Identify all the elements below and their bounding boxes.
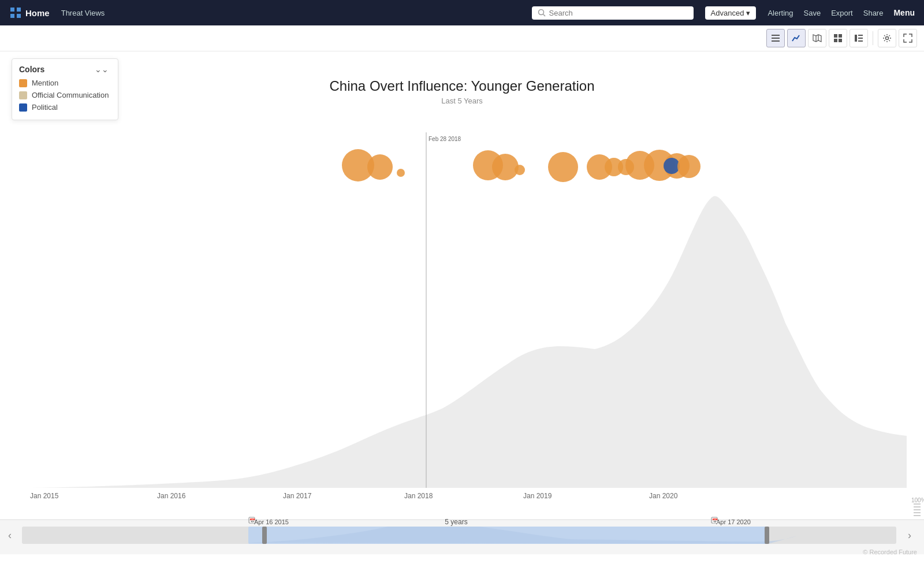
x-label-2019: Jan 2019 [523, 492, 552, 500]
bubble[interactable] [515, 165, 525, 175]
advanced-button[interactable]: Advanced ▾ [705, 6, 757, 20]
official-label: Official Communication [32, 91, 109, 99]
timeline-date-left: Apr 16 2015 [254, 518, 289, 525]
svg-rect-7 [772, 38, 780, 39]
svg-rect-15 [839, 39, 842, 42]
timeline-left-handle[interactable] [262, 527, 267, 544]
svg-marker-9 [813, 35, 821, 42]
toolbar-divider [873, 31, 873, 45]
svg-rect-2 [10, 14, 14, 18]
svg-rect-1 [17, 8, 21, 12]
official-swatch [19, 91, 27, 99]
svg-rect-25 [914, 512, 921, 513]
svg-text:📅: 📅 [712, 518, 718, 524]
legend-panel: Colors ⌄⌄ Mention Official Communication… [12, 58, 118, 120]
chevron-down-icon: ▾ [746, 9, 750, 17]
svg-rect-22 [914, 503, 921, 505]
search-box[interactable] [532, 6, 694, 20]
mention-swatch [19, 79, 27, 87]
x-label-2015: Jan 2015 [30, 492, 59, 500]
svg-rect-0 [10, 8, 14, 12]
logo[interactable]: Home [9, 6, 50, 19]
chart-title: China Overt Influence: Younger Generatio… [330, 78, 595, 94]
bubble[interactable] [397, 169, 405, 177]
timeline-right-handle[interactable] [765, 527, 769, 544]
grid-view-button[interactable] [829, 29, 847, 47]
svg-rect-18 [858, 38, 863, 39]
svg-rect-17 [858, 35, 863, 36]
x-label-2017: Jan 2017 [283, 492, 312, 500]
svg-rect-24 [914, 509, 921, 510]
svg-text:📅: 📅 [249, 518, 255, 524]
percent-label: 100% [911, 497, 924, 503]
bubble-political[interactable] [664, 158, 680, 174]
main-chart-svg: China Overt Influence: Younger Generatio… [0, 51, 924, 554]
svg-rect-23 [914, 506, 921, 507]
political-swatch [19, 103, 27, 112]
svg-rect-8 [772, 40, 780, 42]
map-view-button[interactable] [808, 29, 826, 47]
timeline-range-label: 5 years [445, 518, 467, 526]
bubble[interactable] [548, 152, 578, 182]
settings-button[interactable] [878, 29, 896, 47]
svg-rect-12 [834, 34, 837, 38]
svg-point-20 [886, 37, 889, 40]
svg-point-4 [538, 10, 543, 15]
legend-collapse-button[interactable]: ⌄⌄ [95, 65, 109, 74]
alerting-link[interactable]: Alerting [767, 9, 793, 17]
view-toolbar [0, 25, 924, 51]
svg-rect-3 [17, 14, 21, 18]
svg-rect-16 [855, 35, 857, 42]
legend-header: Colors ⌄⌄ [19, 65, 109, 74]
chart-subtitle: Last 5 Years [441, 97, 483, 105]
mention-label: Mention [32, 79, 58, 87]
threat-views-link[interactable]: Threat Views [61, 9, 105, 17]
svg-rect-19 [858, 40, 863, 42]
main-content: Colors ⌄⌄ Mention Official Communication… [0, 25, 924, 578]
svg-line-5 [543, 14, 545, 17]
save-link[interactable]: Save [804, 9, 821, 17]
x-label-2020: Jan 2020 [649, 492, 678, 500]
bubble[interactable] [492, 154, 519, 180]
nav-actions: Alerting Save Export Share Menu [767, 8, 915, 17]
vline-label: Feb 28 2018 [429, 136, 461, 142]
svg-rect-14 [834, 39, 837, 42]
svg-rect-26 [914, 515, 921, 516]
svg-rect-6 [772, 35, 780, 36]
legend-item-mention[interactable]: Mention [19, 79, 109, 87]
export-link[interactable]: Export [831, 9, 853, 17]
timeline-prev-button[interactable]: ‹ [8, 529, 12, 541]
political-label: Political [32, 103, 58, 112]
x-label-2016: Jan 2016 [157, 492, 186, 500]
detail-view-button[interactable] [850, 29, 868, 47]
expand-button[interactable] [899, 29, 917, 47]
legend-item-official[interactable]: Official Communication [19, 91, 109, 99]
share-link[interactable]: Share [863, 9, 884, 17]
legend-item-political[interactable]: Political [19, 103, 109, 112]
list-view-button[interactable] [766, 29, 785, 47]
menu-button[interactable]: Menu [893, 8, 915, 17]
home-link[interactable]: Home [25, 8, 50, 18]
watermark: © Recorded Future [863, 549, 917, 554]
bubble[interactable] [367, 154, 393, 180]
chart-view-button[interactable] [787, 29, 806, 47]
svg-rect-13 [839, 34, 842, 38]
timeline-date-right: Apr 17 2020 [716, 518, 751, 525]
bubble[interactable] [677, 155, 701, 178]
search-icon [538, 9, 546, 17]
search-input[interactable] [549, 9, 665, 17]
top-navigation: Home Threat Views Advanced ▾ Alerting Sa… [0, 0, 924, 25]
timeline-next-button[interactable]: › [908, 529, 911, 541]
x-label-2018: Jan 2018 [404, 492, 433, 500]
chart-container: Colors ⌄⌄ Mention Official Communication… [0, 51, 924, 578]
legend-title: Colors [19, 65, 44, 74]
